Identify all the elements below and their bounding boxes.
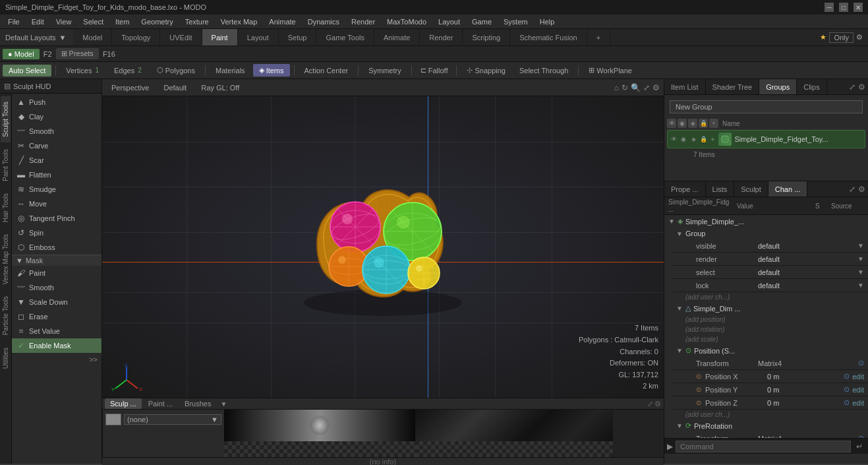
pos-x-edit-button[interactable]: edit [852, 373, 864, 381]
menu-item[interactable]: Item [110, 16, 134, 27]
tool-clay[interactable]: ◆ Clay [12, 109, 101, 124]
tab-lists[interactable]: Lists [706, 181, 735, 197]
mask-section-header[interactable]: ▼ Mask [12, 255, 101, 266]
pos-z-edit-button[interactable]: edit [852, 399, 864, 407]
vp-expand-icon[interactable]: ⤢ [643, 83, 650, 92]
cmd-left-arrow[interactable]: ▶ [667, 442, 673, 451]
action-center-button[interactable]: Action Center [299, 65, 355, 77]
vis-col-icon[interactable]: 👁 [667, 119, 676, 128]
layout-arrow[interactable]: ▼ [57, 34, 68, 42]
brushes-dropdown[interactable]: ▼ [217, 400, 229, 408]
simple-dim-header[interactable]: ▼ △ Simple_Dim ... [672, 302, 868, 315]
mode-model[interactable]: ● Model [3, 49, 40, 59]
vert-tab-utilities[interactable]: Utilities [1, 342, 11, 374]
tab-setup[interactable]: Setup [279, 29, 317, 46]
render-value[interactable]: default [758, 255, 855, 263]
vert-tab-hair[interactable]: Hair Tools [1, 188, 11, 228]
bottom-tab-sculpt[interactable]: Sculp ... [105, 398, 142, 409]
menu-texture[interactable]: Texture [180, 16, 214, 27]
visible-dropdown-icon[interactable]: ▼ [857, 242, 864, 249]
vert-tab-paint[interactable]: Paint Tools [1, 144, 11, 187]
select-dropdown-icon[interactable]: ▼ [857, 268, 864, 276]
lock-col-icon[interactable]: 🔒 [699, 119, 708, 128]
tool-scar[interactable]: ╱ Scar [12, 153, 101, 168]
bottom-tab-brushes[interactable]: Brushes [179, 398, 216, 409]
tab-topology[interactable]: Topology [112, 29, 160, 46]
group-select-icon[interactable]: ◈ [689, 135, 698, 144]
tab-paint[interactable]: Paint [202, 29, 238, 46]
tab-clips[interactable]: Clips [797, 79, 826, 94]
tab-uvedit[interactable]: UVEdit [160, 29, 202, 46]
tool-erase[interactable]: ◻ Erase [12, 309, 101, 324]
tool-set-value[interactable]: = Set Value [12, 324, 101, 338]
polygons-button[interactable]: ⬡ Polygons [151, 64, 201, 77]
group-subsection-header[interactable]: ▼ Group [672, 228, 868, 239]
layout-selector[interactable]: Default Layouts ▼ [0, 29, 73, 46]
vp-settings-icon[interactable]: ⚙ [652, 83, 660, 92]
vert-tab-sculpt[interactable]: Sculpt Tools [1, 96, 11, 142]
visible-value[interactable]: default [758, 242, 855, 250]
tab-properties[interactable]: Prope ... [664, 181, 706, 197]
tab-add[interactable]: + [587, 29, 610, 46]
tool-mask-smooth[interactable]: 〰 Smooth [12, 280, 101, 295]
pos-x-value[interactable]: 0 m [767, 373, 841, 381]
select-through-button[interactable]: Select Through [513, 65, 574, 77]
select-value[interactable]: default [758, 268, 855, 276]
menu-help[interactable]: Help [535, 16, 560, 27]
render-col-icon[interactable]: ◉ [678, 119, 687, 128]
close-button[interactable]: ✕ [854, 3, 863, 12]
simple-dimple-section-header[interactable]: ▼ ◈ Simple_Dimple_... [664, 215, 868, 228]
only-button[interactable]: Only [829, 32, 854, 43]
props-settings-icon[interactable]: ⚙ [858, 185, 865, 194]
command-input[interactable] [676, 441, 851, 452]
color-swatch[interactable] [105, 414, 121, 425]
group-render-icon[interactable]: ◉ [679, 135, 688, 144]
tab-channels[interactable]: Chan ... [768, 181, 808, 197]
falloff-button[interactable]: ⊏ Falloff [416, 64, 453, 77]
lock-value[interactable]: default [758, 282, 855, 290]
cmd-submit-button[interactable]: ↵ [854, 441, 865, 452]
menu-vertex-map[interactable]: Vertex Map [216, 16, 263, 27]
workplane-button[interactable]: ⊞ WorkPlane [583, 64, 638, 77]
edges-button[interactable]: Edges 2 [108, 65, 149, 77]
menu-maxtomodo[interactable]: MaxToModo [382, 16, 432, 27]
auto-select-button[interactable]: Auto Select [3, 65, 51, 77]
tool-smooth[interactable]: 〰 Smooth [12, 124, 101, 139]
render-dropdown-icon[interactable]: ▼ [857, 255, 864, 263]
lock-dropdown-icon[interactable]: ▼ [857, 282, 864, 289]
menu-file[interactable]: File [3, 16, 25, 27]
menu-game[interactable]: Game [467, 16, 497, 27]
tool-carve[interactable]: ✂ Carve [12, 139, 101, 153]
tool-emboss[interactable]: ⬡ Emboss [12, 240, 101, 255]
vp-home-icon[interactable]: ⌂ [614, 83, 619, 92]
menu-view[interactable]: View [51, 16, 77, 27]
tab-shader-tree[interactable]: Shader Tree [706, 79, 760, 94]
tab-schematic[interactable]: Schematic Fusion [510, 29, 587, 46]
tab-game-tools[interactable]: Game Tools [316, 29, 374, 46]
bottom-tab-paint[interactable]: Paint ... [143, 398, 178, 409]
star-button[interactable]: ★ [820, 33, 826, 42]
group-item[interactable]: 👁 ◉ ◈ 🔒 + Simple_Dimple_Fidget_Toy... [667, 130, 865, 148]
menu-select[interactable]: Select [78, 16, 109, 27]
materials-button[interactable]: Materials [210, 65, 251, 77]
prerotation-header[interactable]: ▼ ⟳ PreRotation [672, 419, 868, 432]
position-header[interactable]: ▼ ⊙ Position (S... [672, 344, 868, 357]
tab-animate[interactable]: Animate [374, 29, 420, 46]
menu-geometry[interactable]: Geometry [136, 16, 178, 27]
tool-enable-mask[interactable]: ✓ Enable Mask [12, 338, 101, 353]
minimize-button[interactable]: ─ [825, 3, 834, 12]
right-settings-icon[interactable]: ⚙ [858, 82, 865, 92]
tab-scripting[interactable]: Scripting [463, 29, 510, 46]
pos-y-edit-button[interactable]: edit [852, 386, 864, 394]
settings-icon[interactable]: ⚙ [856, 33, 863, 42]
sel-col-icon[interactable]: ◈ [688, 119, 697, 128]
vert-tab-particle[interactable]: Particle Tools [1, 291, 11, 340]
vp-rotate-icon[interactable]: ↻ [622, 83, 628, 92]
symmetry-button[interactable]: Symmetry [362, 65, 407, 77]
props-expand-icon[interactable]: ⤢ [849, 185, 855, 194]
tab-sculpt-props[interactable]: Sculpt [734, 181, 768, 197]
add-col-icon[interactable]: + [709, 119, 718, 128]
vertices-button[interactable]: Vertices 1 [60, 65, 106, 77]
brush-dropdown[interactable]: (none) ▼ [124, 414, 221, 425]
menu-layout[interactable]: Layout [433, 16, 465, 27]
